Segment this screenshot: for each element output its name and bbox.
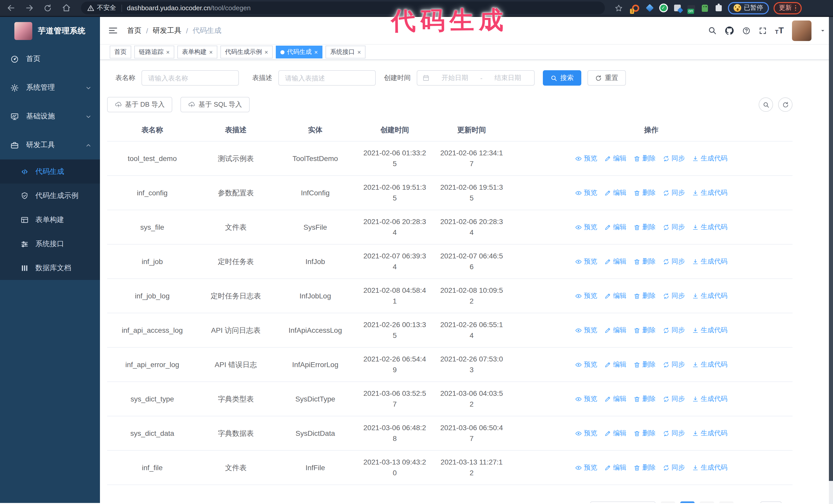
row-action-link[interactable]: 编辑 [604, 222, 626, 232]
page-size-select[interactable]: 10条/页 [590, 501, 656, 503]
table-desc-input[interactable] [278, 70, 376, 86]
close-icon[interactable]: × [264, 49, 268, 55]
row-action-link[interactable]: 删除 [634, 360, 656, 370]
user-avatar[interactable] [792, 20, 811, 41]
extension-icon-blue-gem[interactable] [645, 3, 654, 13]
row-action-link[interactable]: 生成代码 [692, 394, 728, 404]
row-action-link[interactable]: 编辑 [604, 188, 626, 198]
browser-forward-button[interactable] [22, 1, 37, 15]
row-action-link[interactable]: 删除 [634, 153, 656, 164]
row-action-link[interactable]: 生成代码 [692, 360, 728, 370]
refresh-table-button[interactable] [778, 97, 792, 112]
row-action-link[interactable]: 编辑 [604, 394, 626, 404]
paused-extension-pill[interactable]: 已暂停 [728, 2, 769, 14]
row-action-link[interactable]: 生成代码 [692, 291, 728, 301]
extension-icon-green-check[interactable]: ✓ [659, 3, 668, 13]
row-action-link[interactable]: 生成代码 [692, 428, 728, 438]
caret-down-icon[interactable] [820, 27, 826, 33]
row-action-link[interactable]: 生成代码 [692, 153, 728, 164]
close-icon[interactable]: × [314, 49, 318, 55]
row-action-link[interactable]: 编辑 [604, 257, 626, 267]
extensions-puzzle-icon[interactable] [714, 3, 723, 13]
row-action-link[interactable]: 生成代码 [692, 325, 728, 335]
row-action-link[interactable]: 预览 [575, 428, 597, 438]
sidebar-item-infrastructure[interactable]: 基础设施 [0, 102, 100, 131]
prev-page-button[interactable] [661, 501, 675, 503]
tag-code-generation-active[interactable]: 代码生成× [276, 46, 323, 58]
row-action-link[interactable]: 预览 [575, 222, 597, 232]
window-scrollbar[interactable] [829, 17, 833, 504]
sidebar-item-dev-tools[interactable]: 研发工具 [0, 131, 100, 160]
help-icon[interactable] [742, 26, 751, 34]
row-action-link[interactable]: 编辑 [604, 291, 626, 301]
row-action-link[interactable]: 编辑 [604, 153, 626, 164]
date-range-picker[interactable]: 开始日期 - 结束日期 [417, 70, 535, 86]
row-action-link[interactable]: 同步 [663, 428, 685, 438]
row-action-link[interactable]: 编辑 [604, 428, 626, 438]
toggle-search-button[interactable] [759, 97, 773, 112]
sidebar-item-database-doc[interactable]: 数据库文档 [0, 256, 100, 280]
row-action-link[interactable]: 删除 [634, 325, 656, 335]
table-name-input[interactable] [142, 70, 239, 86]
row-action-link[interactable]: 同步 [663, 153, 685, 164]
breadcrumb-home[interactable]: 首页 [127, 26, 142, 35]
font-size-icon[interactable]: TT [775, 26, 784, 35]
row-action-link[interactable]: 同步 [663, 188, 685, 198]
row-action-link[interactable]: 预览 [575, 463, 597, 473]
row-action-link[interactable]: 预览 [575, 394, 597, 404]
row-action-link[interactable]: 生成代码 [692, 188, 728, 198]
row-action-link[interactable]: 生成代码 [692, 463, 728, 473]
search-icon[interactable] [708, 26, 717, 35]
tag-system-api[interactable]: 系统接口× [326, 46, 365, 58]
github-icon[interactable] [725, 26, 734, 35]
row-action-link[interactable]: 预览 [575, 188, 597, 198]
sidebar-item-system-api[interactable]: 系统接口 [0, 232, 100, 256]
search-button[interactable]: 搜索 [543, 70, 581, 86]
row-action-link[interactable]: 删除 [634, 291, 656, 301]
row-action-link[interactable]: 同步 [663, 463, 685, 473]
row-action-link[interactable]: 生成代码 [692, 257, 728, 267]
next-page-button[interactable] [719, 501, 734, 503]
tag-codegen-example[interactable]: 代码生成示例× [220, 46, 273, 58]
row-action-link[interactable]: 编辑 [604, 325, 626, 335]
close-icon[interactable]: × [166, 49, 170, 55]
security-indicator[interactable]: 不安全 [87, 4, 116, 12]
browser-reload-button[interactable] [40, 1, 55, 15]
import-sql-button[interactable]: 基于 SQL 导入 [181, 97, 250, 112]
close-icon[interactable]: × [357, 49, 361, 55]
row-action-link[interactable]: 删除 [634, 188, 656, 198]
browser-menu-icon[interactable] [795, 5, 796, 11]
row-action-link[interactable]: 同步 [663, 257, 685, 267]
row-action-link[interactable]: 编辑 [604, 463, 626, 473]
sidebar-item-code-generation[interactable]: 代码生成 [0, 160, 100, 184]
sidebar-item-codegen-example[interactable]: 代码生成示例 [0, 184, 100, 208]
row-action-link[interactable]: 删除 [634, 222, 656, 232]
reset-button[interactable]: 重置 [588, 70, 626, 86]
row-action-link[interactable]: 同步 [663, 291, 685, 301]
import-db-button[interactable]: 基于 DB 导入 [107, 97, 172, 112]
sidebar-toggle-hamburger-icon[interactable] [108, 26, 118, 35]
row-action-link[interactable]: 编辑 [604, 360, 626, 370]
breadcrumb-dev-tools[interactable]: 研发工具 [153, 26, 182, 35]
row-action-link[interactable]: 同步 [663, 360, 685, 370]
bookmark-star-icon[interactable] [611, 1, 626, 15]
row-action-link[interactable]: 预览 [575, 325, 597, 335]
tag-home[interactable]: 首页 [110, 46, 131, 58]
row-action-link[interactable]: 预览 [575, 291, 597, 301]
sidebar-item-system-management[interactable]: 系统管理 [0, 73, 100, 102]
row-action-link[interactable]: 同步 [663, 325, 685, 335]
sidebar-item-home[interactable]: 首页 [0, 45, 100, 73]
extension-icon-orange[interactable]: 1 [631, 3, 640, 13]
row-action-link[interactable]: 预览 [575, 360, 597, 370]
row-action-link[interactable]: 删除 [634, 428, 656, 438]
sidebar-item-form-builder[interactable]: 表单构建 [0, 208, 100, 232]
row-action-link[interactable]: 删除 [634, 394, 656, 404]
tag-form-builder[interactable]: 表单构建× [177, 46, 217, 58]
row-action-link[interactable]: 预览 [575, 257, 597, 267]
extension-icon-green-bot[interactable] [700, 3, 710, 13]
row-action-link[interactable]: 同步 [663, 222, 685, 232]
row-action-link[interactable]: 预览 [575, 153, 597, 164]
extension-icon-grid[interactable] [672, 3, 682, 13]
scrollbar-thumb[interactable] [829, 17, 833, 481]
close-icon[interactable]: × [209, 49, 213, 55]
